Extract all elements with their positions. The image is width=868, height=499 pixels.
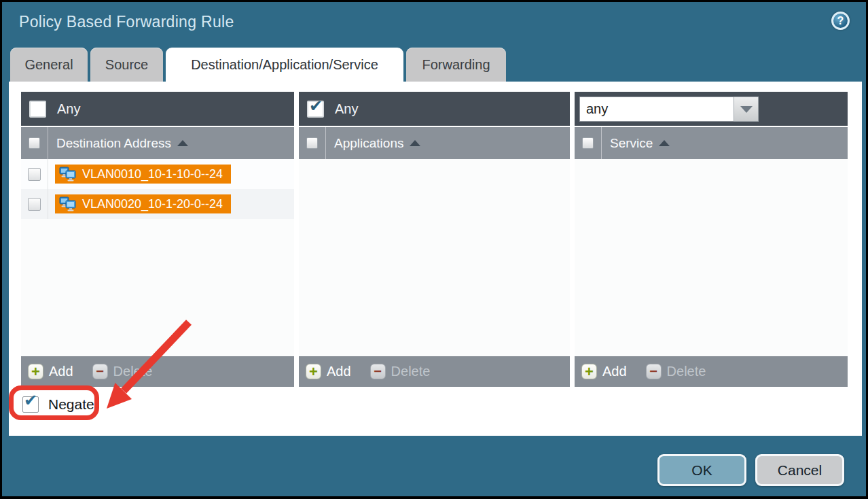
address-object-vlan0010[interactable]: VLAN0010_10-1-10-0--24 [55, 165, 231, 184]
destination-delete-button[interactable]: − Delete [92, 364, 153, 379]
destination-add-button[interactable]: + Add [28, 364, 73, 379]
destination-any-bar: Any [21, 92, 294, 126]
cancel-button[interactable]: Cancel [755, 454, 844, 486]
service-add-button[interactable]: + Add [581, 364, 627, 379]
applications-header-label: Applications [334, 136, 403, 151]
applications-select-all-checkbox[interactable] [306, 137, 318, 149]
minus-icon: − [646, 364, 662, 379]
service-dropdown-button[interactable] [734, 97, 759, 122]
service-header-row[interactable]: Service [575, 127, 848, 159]
tab-forwarding[interactable]: Forwarding [406, 48, 506, 82]
ok-button[interactable]: OK [657, 454, 746, 486]
chevron-down-icon [740, 106, 753, 113]
row-checkbox[interactable] [28, 198, 41, 211]
applications-any-bar: ✔ Any [299, 92, 570, 126]
service-dropdown-input[interactable] [579, 97, 734, 122]
service-footer-bar: + Add − Delete [575, 356, 848, 387]
address-object-label: VLAN0010_10-1-10-0--24 [82, 167, 223, 182]
negate-checkbox[interactable]: ✔ [22, 396, 39, 413]
tab-general[interactable]: General [10, 48, 88, 82]
destination-address-column: Any Destination Address [21, 92, 294, 387]
table-row: VLAN0010_10-1-10-0--24 [21, 159, 294, 189]
service-column: Service + Add − Delete [575, 92, 848, 387]
table-row: VLAN0020_10-1-20-0--24 [21, 189, 294, 219]
plus-icon: + [28, 364, 43, 379]
network-address-icon [59, 167, 77, 182]
plus-icon: + [306, 364, 321, 379]
sort-ascending-icon [659, 140, 670, 146]
pbf-rule-dialog: Policy Based Forwarding Rule ? General S… [0, 0, 868, 499]
dialog-title: Policy Based Forwarding Rule [19, 13, 234, 31]
applications-header-row[interactable]: Applications [299, 127, 570, 159]
network-address-icon [59, 196, 77, 211]
minus-icon: − [92, 364, 108, 379]
service-select-all-checkbox[interactable] [582, 137, 594, 149]
applications-delete-button[interactable]: − Delete [370, 364, 431, 379]
applications-footer-bar: + Add − Delete [299, 356, 570, 387]
applications-add-button[interactable]: + Add [306, 364, 351, 379]
sort-ascending-icon [410, 140, 420, 146]
service-list [575, 159, 848, 356]
negate-label: Negate [48, 396, 94, 413]
destination-footer-bar: + Add − Delete [21, 356, 294, 387]
minus-icon: − [370, 364, 386, 379]
help-icon[interactable]: ? [831, 12, 850, 30]
destination-any-label: Any [57, 101, 80, 117]
destination-address-header-row[interactable]: Destination Address [21, 127, 294, 159]
address-object-label: VLAN0020_10-1-20-0--24 [82, 197, 223, 211]
dialog-background: Policy Based Forwarding Rule ? General S… [2, 2, 866, 496]
tab-destination-application-service[interactable]: Destination/Application/Service [166, 48, 403, 82]
applications-list [299, 159, 570, 356]
destination-select-all-checkbox[interactable] [29, 137, 40, 149]
row-checkbox[interactable] [28, 168, 41, 181]
negate-row: ✔ Negate [22, 396, 94, 413]
destination-address-header-label: Destination Address [56, 136, 171, 151]
plus-icon: + [581, 364, 597, 379]
service-delete-button[interactable]: − Delete [646, 364, 706, 379]
address-object-vlan0020[interactable]: VLAN0020_10-1-20-0--24 [55, 194, 231, 213]
applications-any-label: Any [335, 101, 358, 117]
tab-bar: General Source Destination/Application/S… [10, 48, 506, 82]
destination-address-list: VLAN0010_10-1-10-0--24 [21, 159, 294, 356]
tab-source[interactable]: Source [90, 48, 163, 82]
sort-ascending-icon [177, 140, 188, 146]
service-dropdown [579, 97, 759, 122]
applications-any-checkbox[interactable]: ✔ [307, 101, 324, 118]
applications-column: ✔ Any Applications + Add − Delete [299, 92, 570, 387]
destination-any-checkbox[interactable] [29, 101, 46, 118]
service-dropdown-bar [575, 92, 848, 126]
service-header-label: Service [610, 136, 653, 151]
